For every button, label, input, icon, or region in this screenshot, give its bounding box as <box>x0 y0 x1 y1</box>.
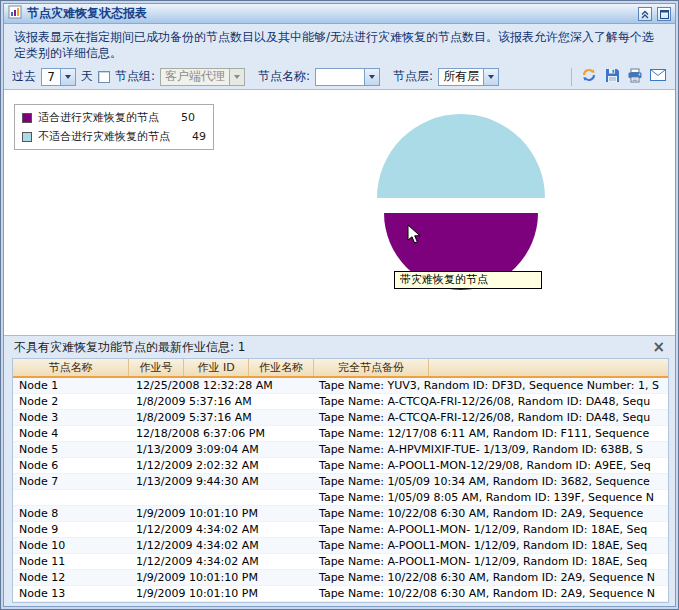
cell-backup-time: 1/13/2009 9:44:30 AM <box>129 474 314 489</box>
cell-node-name: Node 9 <box>13 522 129 537</box>
header-node-name[interactable]: 节点名称 <box>13 359 129 376</box>
cell-tape-info: Tape Name: A-CTCQA-FRI-12/26/08, Random … <box>314 410 668 425</box>
chevron-down-icon[interactable] <box>60 69 75 85</box>
chart-tooltip: 带灾难恢复的节点 <box>394 271 542 289</box>
past-label: 过去 <box>12 68 36 85</box>
node-name-label: 节点名称: <box>258 68 310 85</box>
cell-backup-time: 1/12/2009 4:34:02 AM <box>129 538 314 553</box>
node-group-label: 节点组: <box>115 68 155 85</box>
legend-swatch <box>22 132 32 142</box>
chevron-down-icon[interactable] <box>364 69 379 85</box>
node-group-select[interactable]: 客户端代理 <box>160 68 245 86</box>
table-row: Tape Name: 1/05/09 8:05 AM, Random ID: 1… <box>13 490 668 506</box>
header-filler <box>429 359 668 376</box>
titlebar: 节点灾难恢复状态报表 <box>4 4 675 24</box>
cell-tape-info: Tape Name: 1/05/09 10:34 AM, Random ID: … <box>314 474 668 489</box>
table-row: Node 5 1/13/2009 3:09:04 AM Tape Name: A… <box>13 442 668 458</box>
cell-node-name: Node 6 <box>13 458 129 473</box>
print-button[interactable] <box>626 68 644 86</box>
node-group-checkbox[interactable] <box>98 71 110 83</box>
cell-tape-info: Tape Name: A-POOL1-MON- 1/12/09, Random … <box>314 554 668 569</box>
header-job-name[interactable]: 作业名称 <box>249 359 314 376</box>
cell-backup-time: 1/12/2009 4:34:02 AM <box>129 554 314 569</box>
header-full-node-backup[interactable]: 完全节点备份 <box>314 359 429 376</box>
node-tier-select[interactable]: 所有层 <box>438 68 499 86</box>
cell-backup-time: 12/25/2008 12:32:28 AM <box>129 378 314 393</box>
cell-node-name: Node 7 <box>13 474 129 489</box>
legend-label: 适合进行灾难恢复的节点 <box>38 110 159 125</box>
table-row: Node 9 1/12/2009 4:34:02 AM Tape Name: A… <box>13 522 668 538</box>
mouse-cursor-icon <box>407 224 422 249</box>
cell-tape-info: Tape Name: A-POOL1-MON- 1/12/09, Random … <box>314 522 668 537</box>
cell-backup-time: 1/9/2009 10:01:10 PM <box>129 586 314 601</box>
cell-backup-time: 1/9/2009 10:01:10 PM <box>129 506 314 521</box>
table-body: Node 1 12/25/2008 12:32:28 AM Tape Name:… <box>13 378 668 602</box>
table-row: Node 1 12/25/2008 12:32:28 AM Tape Name:… <box>13 378 668 394</box>
cell-backup-time: 1/13/2009 3:09:04 AM <box>129 442 314 457</box>
detail-panel: 不具有灾难恢复功能节点的最新作业信息: 1 × 节点名称 作业号 作业 ID 作… <box>4 335 675 606</box>
node-tier-label: 节点层: <box>393 68 433 85</box>
table-header-row: 节点名称 作业号 作业 ID 作业名称 完全节点备份 <box>13 359 668 378</box>
cell-node-name: Node 13 <box>13 586 129 601</box>
header-job-id[interactable]: 作业 ID <box>184 359 249 376</box>
cell-backup-time: 1/8/2009 5:37:16 AM <box>129 410 314 425</box>
close-icon: × <box>652 338 665 356</box>
cell-tape-info: Tape Name: 1/05/09 8:05 AM, Random ID: 1… <box>314 490 668 505</box>
node-name-combo[interactable] <box>315 68 380 86</box>
print-icon <box>627 68 643 86</box>
days-value: 7 <box>42 69 60 85</box>
save-icon <box>605 68 620 86</box>
cell-node-name: Node 12 <box>13 570 129 585</box>
days-unit-label: 天 <box>81 68 93 85</box>
pie-slice-not-suitable[interactable] <box>377 114 545 198</box>
header-job-number[interactable]: 作业号 <box>129 359 184 376</box>
cell-backup-time: 1/9/2009 10:01:10 PM <box>129 570 314 585</box>
email-button[interactable] <box>649 68 667 86</box>
table-row: Node 2 1/8/2009 5:37:16 AM Tape Name: A-… <box>13 394 668 410</box>
legend-label: 不适合进行灾难恢复的节点 <box>38 129 170 144</box>
chevron-up-icon <box>641 4 649 23</box>
cell-tape-info: Tape Name: A-HPVMIXIF-TUE- 1/13/09, Rand… <box>314 442 668 457</box>
save-button[interactable] <box>603 68 621 86</box>
cell-tape-info: Tape Name: 12/17/08 6:11 AM, Random ID: … <box>314 426 668 441</box>
table-row: Node 10 1/12/2009 4:34:02 AM Tape Name: … <box>13 538 668 554</box>
window-title: 节点灾难恢复状态报表 <box>27 5 633 22</box>
legend-value: 49 <box>190 130 206 143</box>
cell-backup-time <box>129 490 314 505</box>
legend-value: 50 <box>179 111 195 124</box>
node-tier-value: 所有层 <box>439 69 483 85</box>
cell-tape-info: Tape Name: A-POOL1-MON- 1/12/09, Random … <box>314 538 668 553</box>
cell-node-name: Node 4 <box>13 426 129 441</box>
cell-node-name: Node 8 <box>13 506 129 521</box>
node-name-input[interactable] <box>316 69 364 85</box>
report-icon <box>8 4 22 23</box>
description-text: 该报表显示在指定期间已成功备份的节点数目以及其中能够/无法进行灾难恢复的节点数目… <box>4 24 675 64</box>
cell-node-name: Node 1 <box>13 378 129 393</box>
close-button[interactable]: × <box>652 340 665 354</box>
cell-tape-info: Tape Name: 10/22/08 6:30 AM, Random ID: … <box>314 506 668 521</box>
cell-tape-info: Tape Name: YUV3, Random ID: DF3D, Sequen… <box>314 378 668 393</box>
table-row: Node 6 1/12/2009 2:02:32 AM Tape Name: A… <box>13 458 668 474</box>
cell-backup-time: 1/12/2009 4:34:02 AM <box>129 522 314 537</box>
cell-node-name: Node 5 <box>13 442 129 457</box>
maximize-button[interactable] <box>657 7 671 21</box>
refresh-button[interactable] <box>580 68 598 86</box>
cell-backup-time: 1/12/2009 2:02:32 AM <box>129 458 314 473</box>
days-select[interactable]: 7 <box>41 68 76 86</box>
detail-panel-title: 不具有灾难恢复功能节点的最新作业信息: 1 <box>14 339 652 356</box>
table-row: Node 8 1/9/2009 10:01:10 PM Tape Name: 1… <box>13 506 668 522</box>
cell-node-name: Node 11 <box>13 554 129 569</box>
cell-backup-time: 12/18/2008 6:37:06 PM <box>129 426 314 441</box>
chevron-down-icon <box>229 69 244 85</box>
table-row: Node 13 1/9/2009 10:01:10 PM Tape Name: … <box>13 586 668 602</box>
detail-panel-header: 不具有灾难恢复功能节点的最新作业信息: 1 × <box>4 336 675 358</box>
toolbar-divider <box>571 68 572 86</box>
chevron-down-icon[interactable] <box>483 69 498 85</box>
email-icon <box>650 69 666 84</box>
cell-tape-info: Tape Name: 10/22/08 6:30 AM, Random ID: … <box>314 570 668 585</box>
cell-tape-info: Tape Name: 10/22/08 6:30 AM, Random ID: … <box>314 586 668 601</box>
legend-item: 适合进行灾难恢复的节点 50 <box>22 110 206 125</box>
cell-tape-info: Tape Name: A-CTCQA-FRI-12/26/08, Random … <box>314 394 668 409</box>
refresh-icon <box>581 67 597 86</box>
collapse-button[interactable] <box>638 7 652 21</box>
